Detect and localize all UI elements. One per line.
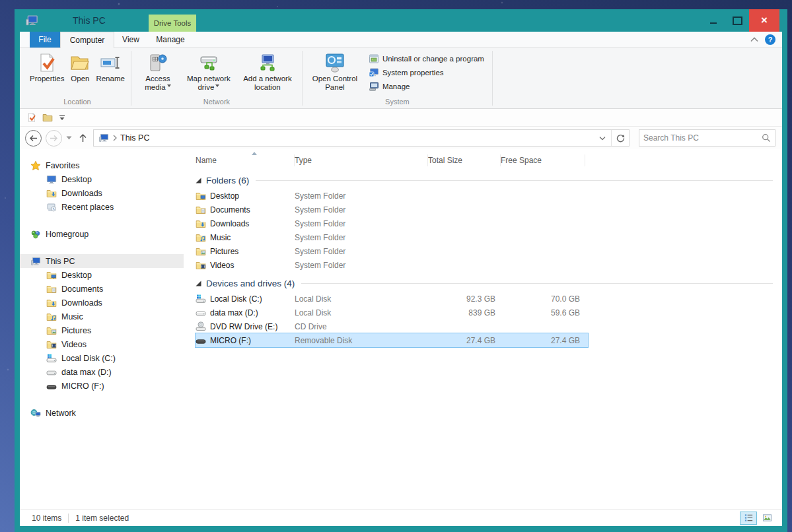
drive-c-icon xyxy=(46,353,57,364)
column-header-total-size[interactable]: Total Size xyxy=(428,154,501,166)
sidebar-item-favorites[interactable]: Favorites xyxy=(20,158,184,172)
sidebar-item-label: Local Disk (C:) xyxy=(61,354,116,363)
group-header-folders-6[interactable]: Folders (6) xyxy=(196,172,782,189)
details-view-button[interactable] xyxy=(740,512,757,525)
sidebar-item-pictures[interactable]: Pictures xyxy=(20,323,184,337)
folder-music-icon xyxy=(196,232,206,243)
search-input[interactable] xyxy=(639,133,762,143)
rename-icon xyxy=(100,52,121,73)
tab-view[interactable]: View xyxy=(114,32,147,48)
close-icon: × xyxy=(761,14,768,27)
collapse-ribbon-icon[interactable] xyxy=(750,37,758,42)
sidebar-item-this-pc[interactable]: This PC xyxy=(20,254,184,268)
address-dropdown-icon[interactable] xyxy=(594,130,611,146)
add-network-location-button[interactable]: Add a network location xyxy=(237,50,298,94)
minimize-button[interactable] xyxy=(702,9,725,32)
file-row-dvd-rw-drive-e[interactable]: DVD RW Drive (E:)CD Drive xyxy=(196,319,588,333)
sidebar-item-micro-f[interactable]: MICRO (F:) xyxy=(20,379,184,393)
sidebar-item-documents[interactable]: Documents xyxy=(20,282,184,296)
manage-button[interactable]: Manage xyxy=(369,81,484,92)
sidebar-item-label: Pictures xyxy=(61,326,91,335)
column-header-type[interactable]: Type xyxy=(295,154,428,166)
folder-down-icon xyxy=(46,188,57,199)
refresh-button[interactable] xyxy=(612,130,629,146)
back-button[interactable] xyxy=(25,130,42,147)
qat-new-folder-icon[interactable] xyxy=(42,112,53,123)
qat-properties-icon[interactable] xyxy=(26,112,37,123)
search-icon[interactable] xyxy=(762,133,771,143)
navigation-pane: FavoritesDesktopDownloadsRecent placesHo… xyxy=(20,149,184,509)
breadcrumb-chevron-icon[interactable] xyxy=(112,135,118,141)
breadcrumb[interactable]: This PC xyxy=(120,133,149,143)
column-header-name[interactable]: Name xyxy=(196,154,295,166)
file-name-label: Local Disk (C:) xyxy=(210,294,262,304)
rename-button[interactable]: Rename xyxy=(94,50,126,85)
file-name-label: Videos xyxy=(210,261,234,270)
monitor-icon xyxy=(46,174,57,185)
help-icon[interactable]: ? xyxy=(765,34,775,45)
folder-desktop-icon xyxy=(46,270,57,281)
sidebar-item-desktop[interactable]: Desktop xyxy=(20,172,184,186)
access-media-button[interactable]: Access media xyxy=(135,50,180,94)
tab-computer[interactable]: Computer xyxy=(60,32,114,48)
uninstall-program-button[interactable]: Uninstall or change a program xyxy=(369,53,484,65)
drive-tools-contextual-tab[interactable]: Drive Tools xyxy=(149,15,196,32)
folder-docs-icon xyxy=(46,284,57,294)
file-row-videos[interactable]: VideosSystem Folder xyxy=(196,258,588,272)
total-size-value: 27.4 GB xyxy=(428,336,501,345)
group-label-network: Network xyxy=(135,96,298,108)
ribbon: Properties Open Rename Location xyxy=(20,48,782,109)
collapse-group-icon xyxy=(196,281,201,286)
group-header-devices-and-drives-4[interactable]: Devices and drives (4) xyxy=(196,275,782,292)
tab-file[interactable]: File xyxy=(30,32,60,48)
thumbnail-view-button[interactable] xyxy=(758,512,775,525)
file-type-label: System Folder xyxy=(295,219,428,228)
total-size-value: 839 GB xyxy=(428,308,501,317)
open-button[interactable]: Open xyxy=(67,50,92,85)
sidebar-item-videos[interactable]: Videos xyxy=(20,337,184,351)
sidebar-item-label: MICRO (F:) xyxy=(61,382,104,391)
sidebar-item-recent-places[interactable]: Recent places xyxy=(20,200,184,214)
file-row-desktop[interactable]: DesktopSystem Folder xyxy=(196,189,588,203)
file-row-local-disk-c[interactable]: Local Disk (C:)Local Disk92.3 GB70.0 GB xyxy=(196,292,588,306)
file-row-downloads[interactable]: DownloadsSystem Folder xyxy=(196,216,588,230)
group-separator xyxy=(131,51,131,106)
sidebar-item-local-disk-c[interactable]: Local Disk (C:) xyxy=(20,351,184,365)
file-row-data-max-d[interactable]: data max (D:)Local Disk839 GB59.6 GB xyxy=(196,306,588,319)
maximize-button[interactable] xyxy=(725,9,749,32)
file-row-documents[interactable]: DocumentsSystem Folder xyxy=(196,203,588,216)
customize-qat-icon[interactable] xyxy=(58,114,66,121)
sidebar-item-desktop[interactable]: Desktop xyxy=(20,268,184,282)
file-row-micro-f[interactable]: MICRO (F:)Removable Disk27.4 GB27.4 GB xyxy=(196,333,588,347)
file-name-label: DVD RW Drive (E:) xyxy=(210,322,277,331)
sidebar-item-network[interactable]: Network xyxy=(20,406,184,420)
title-bar[interactable]: This PC Drive Tools × xyxy=(20,9,782,32)
up-button[interactable] xyxy=(76,131,89,145)
file-row-music[interactable]: MusicSystem Folder xyxy=(196,230,588,244)
recent-locations-icon[interactable] xyxy=(66,136,72,140)
column-header-free-space[interactable]: Free Space xyxy=(501,154,585,166)
file-type-label: System Folder xyxy=(295,261,428,270)
recent-icon xyxy=(46,202,57,213)
drive-icon xyxy=(196,308,206,318)
sidebar-item-label: data max (D:) xyxy=(61,368,112,377)
close-button[interactable]: × xyxy=(749,9,779,32)
sidebar-item-downloads[interactable]: Downloads xyxy=(20,296,184,310)
network-icon xyxy=(30,408,41,418)
sidebar-item-downloads[interactable]: Downloads xyxy=(20,186,184,200)
usb-drive-icon xyxy=(196,335,206,346)
open-control-panel-button[interactable]: Open Control Panel xyxy=(306,50,363,94)
address-bar[interactable]: This PC xyxy=(93,129,630,147)
sidebar-item-data-max-d[interactable]: data max (D:) xyxy=(20,365,184,379)
drive-c-icon xyxy=(196,294,206,304)
sidebar-item-homegroup[interactable]: Homegroup xyxy=(20,227,184,241)
file-row-pictures[interactable]: PicturesSystem Folder xyxy=(196,244,588,258)
sidebar-item-music[interactable]: Music xyxy=(20,310,184,323)
search-box[interactable] xyxy=(639,129,775,147)
properties-button[interactable]: Properties xyxy=(28,50,66,85)
map-network-drive-button[interactable]: Map network drive xyxy=(182,50,236,94)
system-properties-button[interactable]: System properties xyxy=(369,67,484,79)
navigation-bar: This PC xyxy=(20,127,782,149)
tab-manage[interactable]: Manage xyxy=(147,32,194,48)
forward-button[interactable] xyxy=(46,130,62,147)
